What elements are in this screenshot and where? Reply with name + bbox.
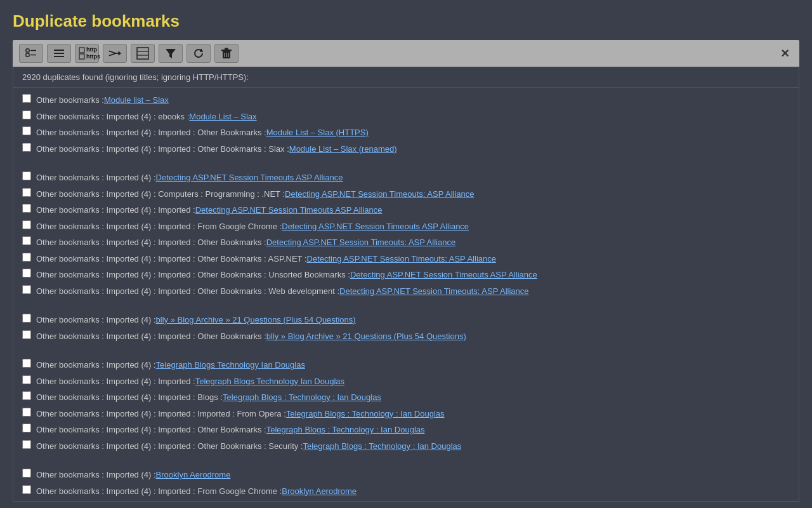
bookmark-row: Other bookmarks : Imported (4) : Importe…	[22, 234, 790, 250]
row-checkbox[interactable]	[22, 220, 31, 229]
delete-btn[interactable]	[214, 44, 239, 63]
row-checkbox[interactable]	[22, 408, 31, 417]
row-checkbox[interactable]	[22, 253, 31, 262]
row-prefix: Other bookmarks : Imported (4) :	[36, 314, 156, 326]
row-checkbox[interactable]	[22, 440, 31, 449]
row-checkbox[interactable]	[22, 469, 31, 478]
row-prefix: Other bookmarks : Imported (4) : ebooks …	[36, 110, 189, 123]
row-checkbox[interactable]	[22, 285, 31, 294]
row-checkbox[interactable]	[22, 330, 31, 339]
row-checkbox[interactable]	[22, 143, 31, 152]
bookmark-row: Other bookmarks : Imported (4) : Importe…	[22, 421, 790, 438]
http-https-btn[interactable]: http https	[75, 44, 99, 63]
bookmark-group-5: Other bookmarks : Imported (4) : Brookly…	[22, 466, 790, 501]
row-prefix: Other bookmarks : Imported (4) : Importe…	[36, 236, 266, 249]
bookmark-row: Other bookmarks : Imported (4) : Importe…	[22, 201, 790, 218]
row-prefix: Other bookmarks : Imported (4) : Importe…	[36, 143, 289, 156]
row-link[interactable]: Detecting ASP.NET Session Timeouts: ASP …	[307, 253, 496, 265]
bookmark-row: Other bookmarks : Imported (4) : Importe…	[22, 218, 790, 234]
svg-rect-8	[79, 54, 84, 59]
row-prefix: Other bookmarks : Imported (4) :	[36, 469, 156, 481]
row-link[interactable]: Module list – Slax	[104, 94, 169, 107]
bookmark-group-2: Other bookmarks : Imported (4) : Detecti…	[22, 169, 790, 298]
row-checkbox[interactable]	[22, 375, 31, 384]
row-checkbox[interactable]	[22, 188, 31, 197]
row-checkbox[interactable]	[22, 314, 31, 323]
row-link[interactable]: Telegraph Blogs : Technology : Ian Dougl…	[266, 424, 425, 436]
row-link[interactable]: Module List – Slax (renamed)	[289, 143, 397, 156]
row-link[interactable]: Detecting ASP.NET Session Timeouts: ASP …	[266, 236, 455, 249]
row-checkbox[interactable]	[22, 485, 31, 494]
bookmark-row: Other bookmarks : Imported (4) : Importe…	[22, 483, 790, 499]
row-prefix: Other bookmarks : Imported (4) : Importe…	[36, 126, 266, 139]
list-container[interactable]: Other bookmarks : Module list – SlaxOthe…	[13, 88, 799, 501]
svg-rect-0	[26, 49, 29, 52]
row-checkbox[interactable]	[22, 204, 31, 213]
expand-btn[interactable]	[131, 44, 155, 63]
bookmark-row: Other bookmarks : Imported (4) : Importe…	[22, 124, 790, 140]
row-prefix: Other bookmarks : Imported (4) : Importe…	[36, 253, 307, 265]
row-link[interactable]: Module List – Slax (HTTPS)	[266, 126, 369, 139]
row-checkbox[interactable]	[22, 110, 31, 119]
row-prefix: Other bookmarks : Imported (4) : Compute…	[36, 188, 285, 201]
row-link[interactable]: Brooklyn Aerodrome	[282, 485, 357, 498]
row-link[interactable]: Telegraph Blogs : Technology : Ian Dougl…	[303, 440, 461, 453]
row-link[interactable]: Detecting ASP.NET Session Timeouts ASP A…	[195, 204, 383, 217]
close-button[interactable]: ×	[777, 44, 793, 63]
bookmark-row: Other bookmarks : Imported (4) : Importe…	[22, 389, 790, 405]
row-checkbox[interactable]	[22, 126, 31, 135]
row-link[interactable]: Detecting ASP.NET Session Timeouts: ASP …	[285, 188, 474, 201]
svg-rect-12	[137, 48, 148, 59]
row-checkbox[interactable]	[22, 171, 31, 180]
bookmark-row: Other bookmarks : Imported (4) : Importe…	[22, 405, 790, 422]
bookmark-row: Other bookmarks : Imported (4) : Brookly…	[22, 466, 790, 483]
row-link[interactable]: Module List – Slax	[189, 110, 256, 123]
svg-line-9	[109, 51, 116, 53]
svg-rect-18	[225, 48, 228, 50]
bookmark-group-1: Other bookmarks : Module list – SlaxOthe…	[22, 91, 790, 156]
page-title: Duplicate bookmarks	[13, 11, 799, 31]
row-checkbox[interactable]	[22, 94, 31, 103]
bookmark-row: Other bookmarks : Imported (4) : Importe…	[22, 283, 790, 299]
select-all-btn[interactable]	[19, 44, 43, 63]
bookmark-row: Other bookmarks : Imported (4) : Compute…	[22, 185, 790, 202]
row-checkbox[interactable]	[22, 269, 31, 277]
refresh-btn[interactable]	[187, 44, 211, 63]
row-prefix: Other bookmarks : Imported (4) :	[36, 359, 156, 371]
row-prefix: Other bookmarks : Imported (4) : Importe…	[36, 204, 195, 217]
bookmark-row: Other bookmarks : Imported (4) : Telegra…	[22, 356, 790, 373]
row-checkbox[interactable]	[22, 391, 31, 400]
row-link[interactable]: Detecting ASP.NET Session Timeouts ASP A…	[156, 171, 343, 184]
row-checkbox[interactable]	[22, 359, 31, 368]
row-link[interactable]: Telegraph Blogs : Technology : Ian Dougl…	[223, 391, 381, 404]
row-link[interactable]: blly » Blog Archive » 21 Questions (Plus…	[266, 330, 466, 343]
row-checkbox[interactable]	[22, 236, 31, 245]
row-link[interactable]: Telegraph Blogs Technology Ian Douglas	[195, 375, 344, 388]
svg-rect-2	[26, 53, 29, 57]
row-link[interactable]: Detecting ASP.NET Session Timeouts: ASP …	[339, 285, 528, 298]
row-link[interactable]: Detecting ASP.NET Session Timeouts ASP A…	[282, 220, 469, 233]
row-link[interactable]: Telegraph Blogs Technology Ian Douglas	[156, 359, 305, 371]
row-prefix: Other bookmarks : Imported (4) : Importe…	[36, 424, 266, 436]
merge-btn[interactable]	[103, 44, 127, 63]
bookmark-row: Other bookmarks : Imported (4) : Importe…	[22, 140, 790, 157]
filter-btn[interactable]	[159, 44, 183, 63]
bookmark-row: Other bookmarks : Imported (4) : blly » …	[22, 311, 790, 328]
content-area: 2920 duplicates found (ignoring titles; …	[13, 67, 799, 502]
bookmark-group-3: Other bookmarks : Imported (4) : blly » …	[22, 311, 790, 344]
row-prefix: Other bookmarks : Imported (4) :	[36, 171, 156, 184]
row-prefix: Other bookmarks : Imported (4) : Importe…	[36, 408, 286, 420]
row-prefix: Other bookmarks : Imported (4) : Importe…	[36, 269, 350, 281]
row-link[interactable]: Telegraph Blogs : Technology : Ian Dougl…	[286, 408, 445, 420]
row-prefix: Other bookmarks :	[36, 94, 104, 107]
row-prefix: Other bookmarks : Imported (4) : Importe…	[36, 330, 266, 343]
toolbar: http https	[13, 40, 799, 67]
row-link[interactable]: blly » Blog Archive » 21 Questions (Plus…	[156, 314, 356, 326]
list-btn[interactable]	[47, 44, 71, 63]
row-prefix: Other bookmarks : Imported (4) : Importe…	[36, 220, 282, 233]
row-prefix: Other bookmarks : Imported (4) : Importe…	[36, 391, 223, 404]
row-link[interactable]: Brooklyn Aerodrome	[156, 469, 231, 481]
row-link[interactable]: Detecting ASP.NET Session Timeouts ASP A…	[350, 269, 537, 281]
row-checkbox[interactable]	[22, 424, 31, 432]
bookmark-row: Other bookmarks : Imported (4) : Importe…	[22, 328, 790, 344]
